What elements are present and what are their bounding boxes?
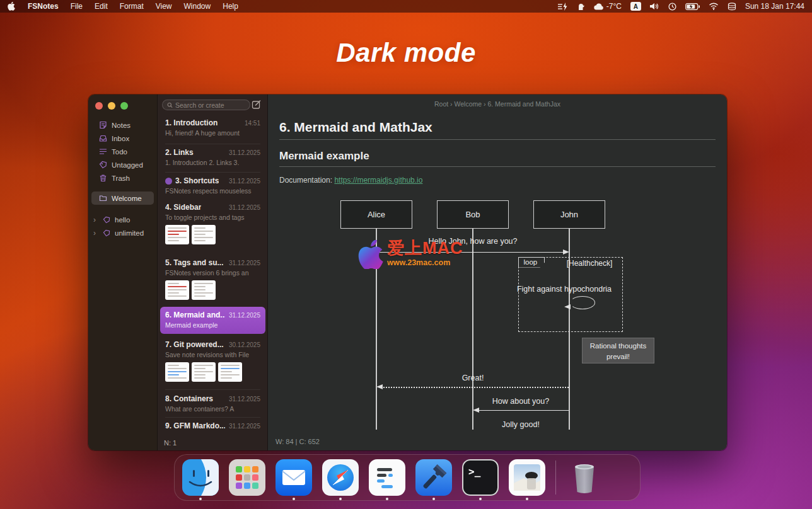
- running-indicator: [199, 498, 202, 500]
- note-item-selected[interactable]: 6. Mermaid and...31.12.2025 Mermaid exam…: [160, 307, 265, 334]
- note-date: 31.12.2025: [225, 149, 260, 156]
- note-title: 1. Introduction: [165, 118, 218, 127]
- note-item[interactable]: 5. Tags and su...31.12.2025 FSNotes vers…: [165, 258, 260, 300]
- dock-safari-icon[interactable]: [322, 459, 359, 496]
- sidebar-label: Notes: [112, 122, 130, 129]
- sidebar-label: Untagged: [112, 161, 143, 169]
- menu-window[interactable]: Window: [184, 2, 211, 11]
- loop-box: loop [Healthcheck]: [518, 257, 623, 332]
- utility-app-icon[interactable]: [577, 3, 585, 11]
- chevron-right-icon[interactable]: ›: [93, 229, 98, 237]
- sidebar-item-trash[interactable]: Trash: [88, 171, 157, 185]
- input-source-icon[interactable]: A: [630, 2, 641, 11]
- note-item[interactable]: 4. Sidebar31.12.2025 To toggle projects …: [165, 203, 260, 244]
- menu-app-name[interactable]: FSNotes: [28, 2, 59, 11]
- note-date: 31.12.2025: [225, 260, 260, 266]
- dock-mail-icon[interactable]: [276, 459, 312, 496]
- menu-view[interactable]: View: [156, 2, 172, 11]
- dock-separator: [555, 460, 556, 495]
- pinned-icon: [165, 178, 172, 185]
- search-bar[interactable]: [162, 100, 250, 110]
- dock-finder-icon[interactable]: [182, 459, 219, 496]
- running-indicator: [386, 498, 388, 500]
- note-thumbnails: [165, 362, 260, 382]
- menu-clock[interactable]: Sun 18 Jan 17:44: [745, 2, 804, 11]
- note-item[interactable]: 9. GFM Markdo...31.12.2025: [165, 421, 260, 430]
- note-thumbnails: [165, 280, 260, 300]
- folder-icon: [99, 194, 107, 202]
- fsnotes-window: Notes Inbox Todo Untagged Trash: [88, 94, 727, 450]
- menu-help[interactable]: Help: [223, 2, 238, 11]
- sidebar-item-notes[interactable]: Notes: [88, 118, 157, 132]
- stack-icon[interactable]: [728, 3, 736, 11]
- timemachine-icon[interactable]: [668, 3, 676, 11]
- self-loop-arrow: [570, 296, 595, 309]
- note-subtitle: FSNotes respects mouseless: [165, 187, 260, 195]
- dock-launchpad-icon[interactable]: [229, 459, 265, 496]
- close-button[interactable]: [95, 102, 103, 110]
- diagram-note: Rational thoughts prevail!: [582, 338, 654, 363]
- dock-terminal-icon[interactable]: >_: [462, 459, 499, 496]
- script-flash-icon[interactable]: [558, 3, 568, 11]
- watermark-url: www.23mac.com: [387, 258, 463, 267]
- sidebar-label: Todo: [112, 148, 127, 156]
- sidebar-item-welcome[interactable]: Welcome: [91, 192, 154, 205]
- editor[interactable]: Root › Welcome › 6. Mermaid and MathJax …: [268, 94, 727, 450]
- running-indicator: [432, 498, 435, 500]
- menu-edit[interactable]: Edit: [95, 2, 108, 11]
- dock-trash-icon[interactable]: [566, 459, 603, 496]
- todo-list-icon: [99, 147, 107, 156]
- battery-icon[interactable]: [685, 3, 700, 10]
- thumbnail: [192, 280, 216, 300]
- note-date: 31.12.2025: [225, 178, 260, 185]
- volume-icon[interactable]: [650, 3, 659, 10]
- note-subtitle: FSNotes version 6 brings an: [165, 269, 260, 277]
- loop-message-text: Fight against hypochondria: [517, 285, 612, 294]
- note-item[interactable]: 3. Shortcuts31.12.2025 FSNotes respects …: [165, 176, 260, 195]
- note-item[interactable]: 1. Introduction14:51 Hi, friend! A huge …: [165, 118, 260, 137]
- word-count: W: 84 | C: 652: [276, 438, 320, 445]
- divider: [165, 389, 260, 390]
- dock-fsnotes-icon[interactable]: [369, 459, 405, 496]
- chevron-right-icon[interactable]: ›: [93, 215, 98, 224]
- search-input[interactable]: [175, 101, 245, 109]
- note-subtitle: To toggle projects and tags: [165, 214, 260, 221]
- wallpaper-caption: Dark mode: [0, 38, 812, 68]
- apple-menu-icon[interactable]: [8, 2, 16, 11]
- sidebar-item-inbox[interactable]: Inbox: [88, 132, 157, 145]
- note-date: 31.12.2025: [225, 423, 260, 430]
- arrowhead: [473, 408, 479, 413]
- note-item[interactable]: 2. Links31.12.2025 1. Introduction 2. Li…: [165, 148, 260, 166]
- note-item[interactable]: 8. Containers31.12.2025 What are contain…: [165, 394, 260, 413]
- message-text: Jolly good!: [502, 420, 540, 429]
- menu-format[interactable]: Format: [120, 2, 144, 11]
- menu-bar: FSNotes File Edit Format View Window Hel…: [0, 0, 812, 13]
- running-indicator: [293, 498, 295, 500]
- actor-alice: Alice: [340, 200, 412, 229]
- zoom-button[interactable]: [120, 102, 128, 110]
- wifi-icon[interactable]: [709, 3, 719, 10]
- note-title: 3. Shortcuts: [175, 176, 219, 185]
- sidebar-item-todo[interactable]: Todo: [88, 145, 157, 158]
- sidebar-item-untagged[interactable]: Untagged: [88, 158, 157, 171]
- weather-widget[interactable]: -7°C: [594, 2, 622, 11]
- loop-label: loop: [518, 257, 545, 268]
- note-title: 2. Links: [165, 148, 194, 157]
- note-subtitle: Hi, friend! A huge amount: [165, 129, 260, 137]
- menu-file[interactable]: File: [71, 2, 83, 11]
- note-item[interactable]: 7. Git powered...30.12.2025 Save note re…: [165, 340, 260, 382]
- new-note-icon[interactable]: [252, 100, 262, 110]
- note-date: 14:51: [241, 120, 260, 127]
- actor-john: John: [533, 200, 605, 229]
- dock-preview-icon[interactable]: [509, 459, 545, 496]
- sidebar-tag-unlimited[interactable]: › unlimited: [88, 226, 157, 239]
- tag-icon: [102, 229, 110, 237]
- thumbnail: [165, 225, 189, 244]
- note-subtitle: Mermaid example: [165, 321, 260, 329]
- note-count: N: 1: [164, 439, 177, 447]
- dock-xcode-icon[interactable]: [415, 459, 452, 496]
- note-subtitle: Save note revisions with File: [165, 351, 260, 358]
- sidebar-tag-hello[interactable]: › hello: [88, 213, 157, 226]
- thumbnail: [192, 362, 216, 382]
- minimize-button[interactable]: [108, 102, 115, 110]
